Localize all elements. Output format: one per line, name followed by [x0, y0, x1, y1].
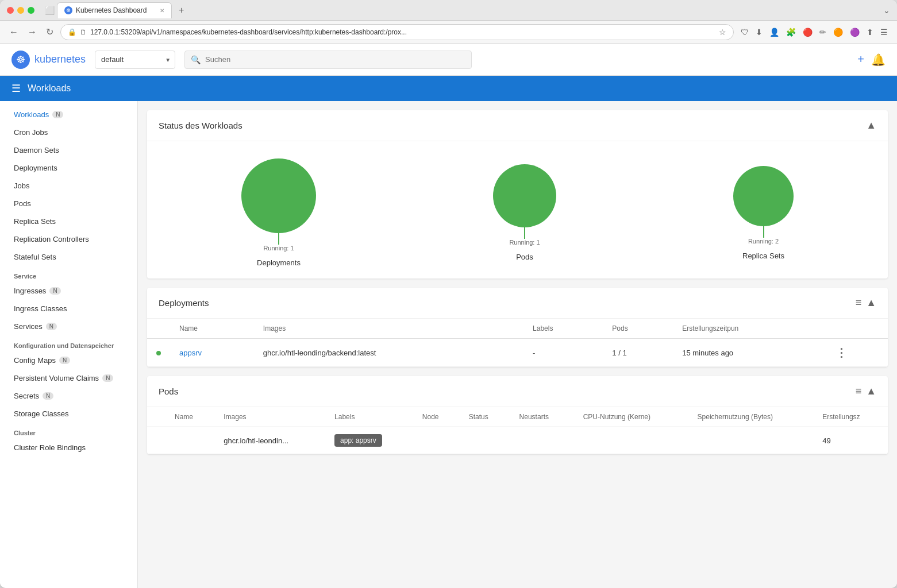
url-bar[interactable]: 🔒 🗋 127.0.0.1:53209/api/v1/namespaces/ku…	[60, 24, 734, 40]
traffic-lights	[7, 7, 34, 14]
page-icon: ⬜	[45, 6, 55, 15]
collapse-pods-button[interactable]: ▲	[866, 385, 876, 397]
sidebar-item-storage-classes[interactable]: Storage Classes	[0, 405, 137, 423]
collapse-deployments-button[interactable]: ▲	[866, 297, 876, 309]
nav-forward-button[interactable]: →	[25, 25, 39, 40]
sidebar-item-stateful-sets[interactable]: Stateful Sets	[0, 248, 137, 266]
download-icon[interactable]: ⬇	[753, 26, 765, 38]
search-input[interactable]	[205, 55, 465, 64]
security-icon: 🔒	[68, 28, 76, 36]
addon-orange-icon[interactable]: 🟠	[831, 26, 845, 38]
daemon-sets-label: Daemon Sets	[14, 146, 59, 154]
sidebar-item-cron-jobs[interactable]: Cron Jobs	[0, 123, 137, 141]
pods-col-memory: Speichernutzung (Bytes)	[688, 407, 814, 427]
maximize-traffic-light[interactable]	[28, 7, 34, 14]
nav-refresh-button[interactable]: ↻	[44, 24, 56, 40]
close-traffic-light[interactable]	[7, 7, 14, 14]
deployments-table: Name Images Labels Pods Erstellungszeitp…	[147, 319, 888, 367]
sidebar-item-secrets[interactable]: Secrets N	[0, 387, 137, 405]
collapse-workload-status-button[interactable]: ▲	[866, 119, 876, 131]
pods-label: Pods	[14, 199, 31, 208]
deployment-created: 15 minutes ago	[682, 349, 733, 357]
sidebar-item-pods[interactable]: Pods	[0, 195, 137, 212]
pods-col-cpu: CPU-Nutzung (Kerne)	[574, 407, 688, 427]
deployment-more-button[interactable]: ⋮	[836, 346, 847, 359]
browser-tab-active[interactable]: ☸ Kubernetes Dashboard ✕	[57, 2, 172, 18]
sidebar-item-deployments[interactable]: Deployments	[0, 159, 137, 177]
deployments-chart-name: Deployments	[257, 258, 301, 267]
filter-deployments-button[interactable]: ≡	[856, 297, 862, 309]
add-resource-button[interactable]: +	[857, 53, 864, 66]
status-charts: Running: 1 Deployments Running:	[147, 141, 888, 278]
pods-col-images: Images	[214, 407, 325, 427]
col-status	[147, 319, 170, 339]
replica-sets-label: Replica Sets	[14, 217, 56, 226]
pods-running-label: Running: 1	[509, 239, 540, 246]
replica-sets-chart-name: Replica Sets	[742, 252, 784, 260]
deployment-image: ghcr.io/htl-leonding/backend:latest	[263, 349, 376, 357]
minimize-traffic-light[interactable]	[17, 7, 24, 14]
addon-red-icon[interactable]: 🔴	[800, 26, 815, 38]
sidebar-item-cluster-role-bindings[interactable]: Cluster Role Bindings	[0, 439, 137, 457]
hamburger-menu-icon[interactable]: ☰	[11, 82, 21, 95]
pods-row-status-val	[460, 427, 510, 454]
pods-row-memory	[688, 427, 814, 454]
namespace-selector[interactable]: default ▼	[95, 51, 175, 69]
sidebar-item-services[interactable]: Services N	[0, 318, 137, 335]
sidebar-item-daemon-sets[interactable]: Daemon Sets	[0, 141, 137, 159]
replica-sets-circle	[733, 166, 794, 226]
new-tab-button[interactable]: +	[174, 5, 188, 16]
pods-partial-image: ghcr.io/htl-leondin...	[224, 436, 288, 445]
service-section-header: Service	[0, 266, 137, 282]
addon-pencil-icon[interactable]: ✏	[817, 26, 829, 38]
sidebar-item-persistent-volume-claims[interactable]: Persistent Volume Claims N	[0, 369, 137, 387]
replication-controllers-label: Replication Controllers	[14, 235, 89, 243]
sidebar-item-ingresses[interactable]: Ingresses N	[0, 282, 137, 300]
sidebar-item-workloads[interactable]: Workloads N	[0, 106, 137, 123]
namespace-dropdown[interactable]: default	[95, 51, 175, 69]
pods-row-cpu	[574, 427, 688, 454]
tabs-overflow-icon[interactable]: ⌄	[883, 6, 890, 15]
services-label: Services	[14, 322, 43, 331]
share-icon[interactable]: ⬆	[864, 26, 876, 38]
sidebar-item-replication-controllers[interactable]: Replication Controllers	[0, 230, 137, 248]
deployments-connector	[278, 233, 279, 245]
pods-col-status	[147, 407, 165, 427]
kubernetes-logo: ☸ kubernetes	[11, 51, 86, 69]
cron-jobs-label: Cron Jobs	[14, 128, 48, 137]
shield-icon[interactable]: 🛡	[738, 26, 751, 38]
pods-row-created: 49	[813, 427, 888, 454]
notifications-button[interactable]: 🔔	[871, 53, 886, 67]
deployments-circle	[241, 158, 316, 233]
workload-status-actions: ▲	[866, 119, 876, 131]
section-title: Workloads	[28, 83, 71, 94]
profile-icon[interactable]: 👤	[767, 26, 781, 38]
workload-status-card: Status des Workloads ▲ Runni	[147, 110, 888, 278]
section-bar: ☰ Workloads	[0, 76, 897, 101]
search-bar[interactable]: 🔍	[184, 51, 472, 69]
bookmark-icon[interactable]: ☆	[719, 28, 726, 37]
pods-col-status-h: Status	[460, 407, 510, 427]
cluster-role-bindings-label: Cluster Role Bindings	[14, 443, 86, 452]
menu-icon[interactable]: ☰	[878, 26, 890, 38]
nav-back-button[interactable]: ←	[7, 25, 21, 40]
sidebar-item-jobs[interactable]: Jobs	[0, 177, 137, 195]
sidebar-item-replica-sets[interactable]: Replica Sets	[0, 212, 137, 230]
deployment-name-link[interactable]: appsrv	[179, 349, 202, 357]
config-maps-badge: N	[59, 357, 70, 364]
sidebar-item-config-maps[interactable]: Config Maps N	[0, 351, 137, 369]
pods-connector	[524, 227, 525, 239]
tab-close-button[interactable]: ✕	[160, 7, 164, 14]
deployments-table-header-row: Name Images Labels Pods Erstellungszeitp…	[147, 319, 888, 339]
deployments-card: Deployments ≡ ▲ Name	[147, 288, 888, 367]
browser-nav: ← → ↻ 🔒 🗋 127.0.0.1:53209/api/v1/namespa…	[0, 21, 897, 44]
pods-row-node-cell	[413, 427, 460, 454]
addon-purple-icon[interactable]: 🟣	[848, 26, 862, 38]
filter-pods-button[interactable]: ≡	[856, 385, 862, 397]
sidebar-item-ingress-classes[interactable]: Ingress Classes	[0, 300, 137, 318]
pods-table-row: ghcr.io/htl-leondin... app: appsrv	[147, 427, 888, 454]
pvc-badge: N	[102, 374, 113, 382]
pods-table: Name Images Labels Node Status Neustarts…	[147, 407, 888, 454]
col-pods: Pods	[603, 319, 673, 339]
extensions-icon[interactable]: 🧩	[784, 26, 798, 38]
